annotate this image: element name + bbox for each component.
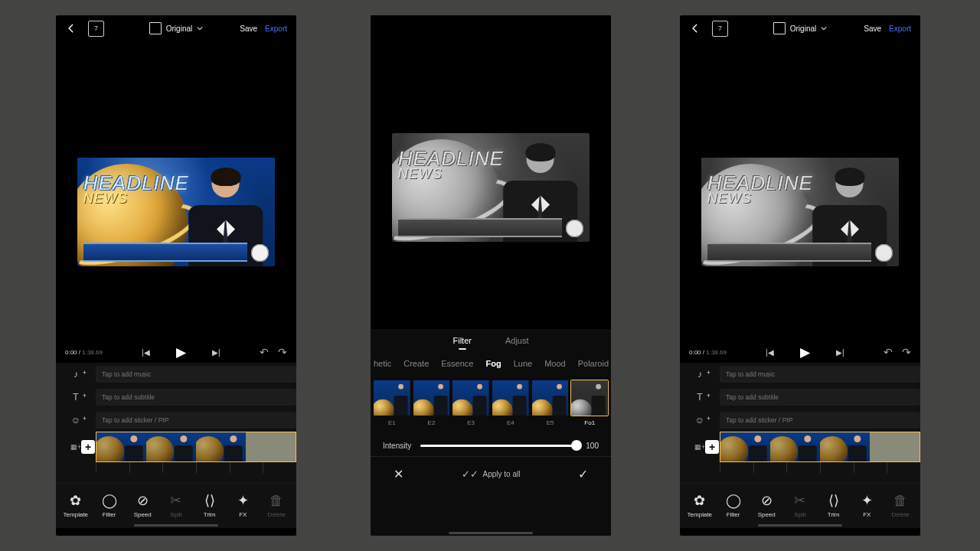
timeline-panel: ♪+ Tap to add music T+ Tap to add subtit… (56, 363, 296, 528)
subtitle-track[interactable]: T+ Tap to add subtitle (56, 386, 296, 409)
confirm-button[interactable]: ✓ (578, 467, 588, 481)
sticker-track[interactable]: ☺+ Tap to add sticker / PIP (56, 409, 296, 432)
tool-trim[interactable]: ⟨⟩Trim (818, 492, 849, 518)
next-button[interactable]: ▶| (212, 348, 220, 357)
transport-bar: 0:00 / 1:38.69 |◀ ▶ ▶| ↶ ↷ (680, 341, 920, 363)
back-button[interactable] (62, 19, 80, 37)
double-check-icon: ✓✓ (462, 468, 479, 480)
sticker-track[interactable]: ☺+ Tap to add sticker / PIP (680, 409, 920, 432)
save-button[interactable]: Save (864, 24, 881, 33)
cancel-button[interactable]: ✕ (394, 467, 403, 481)
play-button[interactable]: ▶ (800, 344, 810, 360)
intensity-value: 100 (586, 442, 599, 450)
aspect-label[interactable]: Original (790, 24, 816, 33)
prev-button[interactable]: |◀ (142, 348, 150, 357)
intensity-label: Intensity (383, 442, 411, 450)
subtitle-track[interactable]: T+ Tap to add subtitle (680, 386, 920, 409)
cat-item[interactable]: Essence (441, 359, 473, 368)
tool-template[interactable]: ✿Template (60, 492, 91, 518)
phone-screen-editor-bw: 7 Original Save Export HEADLINENEWS 0:00… (680, 15, 920, 536)
undo-button[interactable]: ↶ (884, 346, 893, 358)
tool-delete[interactable]: 🗑Delete (885, 493, 916, 518)
apply-all-button[interactable]: ✓✓ Apply to all (462, 468, 521, 480)
tool-split[interactable]: ✂Split (785, 492, 815, 518)
tool-split[interactable]: ✂Split (161, 492, 191, 518)
project-page-icon[interactable]: 7 (88, 21, 104, 37)
clip-strip[interactable]: + (720, 432, 920, 462)
intensity-slider[interactable] (420, 445, 577, 447)
tool-speed[interactable]: ⊘Speed (751, 492, 782, 518)
intensity-row: Intensity 100 (371, 435, 611, 456)
save-button[interactable]: Save (240, 24, 257, 33)
filter-item[interactable]: E5 (532, 380, 569, 426)
filter-panel: Filter Adjust hetic Create Essence Fog L… (371, 329, 611, 536)
tool-template[interactable]: ✿Template (684, 492, 715, 518)
tool-fx[interactable]: ✦FX (227, 492, 258, 518)
video-track[interactable]: ▦+ + (56, 432, 296, 462)
time-ruler[interactable] (56, 462, 296, 473)
tool-fx[interactable]: ✦FX (851, 492, 882, 518)
filter-item[interactable]: E3 (452, 380, 489, 426)
preview-area[interactable]: HEADLINENEWS (680, 41, 920, 341)
video-preview: HEADLINENEWS (701, 158, 899, 266)
cat-item[interactable]: Mood (544, 359, 566, 368)
clip-strip[interactable]: + (96, 432, 296, 462)
music-icon: ♪+ (680, 369, 720, 380)
tool-filter[interactable]: ◯Filter (94, 492, 125, 518)
text-icon: T+ (56, 392, 96, 403)
aspect-icon (773, 22, 786, 34)
phone-screen-editor: 7 Original Save Export HEADLINE NEWS (56, 15, 296, 536)
top-bar: 7 Original Save Export (680, 15, 920, 41)
filter-item[interactable]: E1 (374, 380, 410, 426)
phone-screen-filter-panel: HEADLINENEWS Filter Adjust hetic Create … (371, 15, 611, 536)
filter-item[interactable]: Fo1 (571, 380, 608, 426)
play-button[interactable]: ▶ (176, 344, 186, 360)
cat-item[interactable]: Polaroid (578, 359, 609, 368)
tool-delete[interactable]: 🗑Delete (261, 493, 292, 518)
chevron-down-icon (197, 25, 203, 31)
preview-area[interactable]: HEADLINENEWS (371, 15, 611, 329)
cat-item[interactable]: Lune (514, 359, 532, 368)
music-icon: ♪+ (56, 369, 96, 380)
sticker-icon: ☺+ (680, 415, 720, 425)
sticker-placeholder: Tap to add sticker / PIP (96, 412, 296, 429)
tool-filter[interactable]: ◯Filter (718, 492, 749, 518)
back-button[interactable] (686, 19, 704, 37)
subtitle-placeholder: Tap to add subtitle (720, 389, 920, 406)
next-button[interactable]: ▶| (836, 348, 844, 357)
video-preview: HEADLINE NEWS (77, 158, 275, 266)
filter-item[interactable]: E4 (492, 380, 529, 426)
video-track[interactable]: ▦+ + (680, 432, 920, 462)
cat-item[interactable]: hetic (374, 359, 391, 368)
prev-button[interactable]: |◀ (766, 348, 774, 357)
undo-button[interactable]: ↶ (260, 346, 269, 358)
time-current: 0:00 / 1:38.69 (689, 349, 727, 356)
music-track[interactable]: ♪+ Tap to add music (680, 363, 920, 386)
chevron-left-icon (66, 23, 77, 34)
filter-categories[interactable]: hetic Create Essence Fog Lune Mood Polar… (371, 352, 611, 375)
sticker-icon: ☺+ (56, 415, 96, 425)
export-button[interactable]: Export (265, 24, 287, 33)
redo-button[interactable]: ↷ (902, 346, 911, 358)
tool-trim[interactable]: ⟨⟩Trim (194, 492, 225, 518)
cat-item[interactable]: Fog (485, 359, 501, 368)
filter-item[interactable]: E2 (413, 380, 450, 426)
add-clip-button[interactable]: + (705, 440, 719, 454)
chevron-down-icon (821, 25, 827, 31)
filter-thumbnails: E1 E2 E3 E4 E5 Fo1 (371, 375, 611, 435)
time-ruler[interactable] (680, 462, 920, 473)
cat-item[interactable]: Create (403, 359, 429, 368)
headline-text-1: HEADLINE (398, 148, 504, 168)
tool-speed[interactable]: ⊘Speed (127, 492, 158, 518)
confirm-row: ✕ ✓✓ Apply to all ✓ (371, 456, 611, 491)
project-page-icon[interactable]: 7 (712, 21, 728, 37)
tab-filter[interactable]: Filter (452, 336, 471, 345)
add-clip-button[interactable]: + (81, 440, 95, 454)
aspect-label[interactable]: Original (166, 24, 192, 33)
tab-adjust[interactable]: Adjust (505, 336, 529, 345)
preview-area[interactable]: HEADLINE NEWS (56, 41, 296, 341)
home-indicator (134, 524, 218, 527)
music-track[interactable]: ♪+ Tap to add music (56, 363, 296, 386)
redo-button[interactable]: ↷ (278, 346, 287, 358)
export-button[interactable]: Export (889, 24, 911, 33)
